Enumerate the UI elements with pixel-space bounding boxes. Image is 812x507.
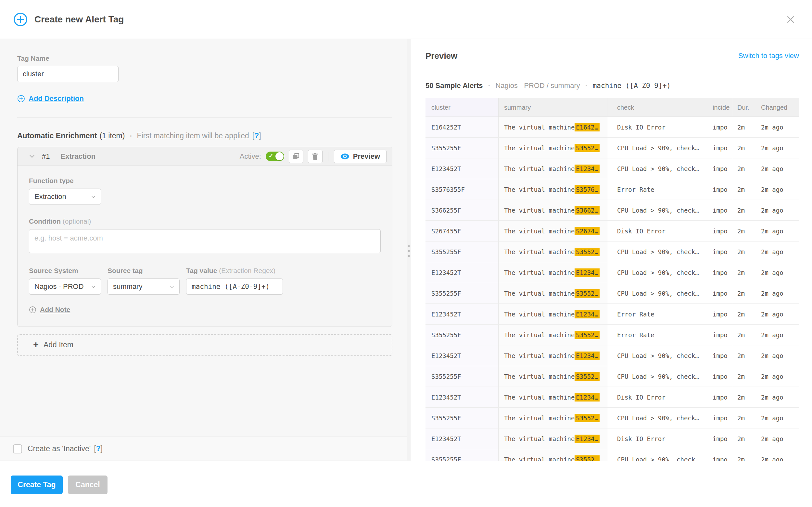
table-row[interactable]: S355255FThe virtual machine S3552…CPU Lo…	[425, 241, 799, 262]
source-tag-select[interactable]: summary	[107, 279, 180, 295]
table-row[interactable]: E123452TThe virtual machine E1234…CPU Lo…	[425, 262, 799, 283]
create-tag-button[interactable]: Create Tag	[11, 475, 63, 494]
column-header-changed[interactable]: Changed	[757, 98, 799, 117]
form-area: Tag Name Add Description Automatic Enric…	[0, 39, 407, 437]
function-type-value: Extraction	[35, 192, 66, 201]
close-icon[interactable]	[784, 13, 797, 26]
table-row[interactable]: E123452TThe virtual machine E1234…CPU Lo…	[425, 158, 799, 179]
condition-input[interactable]	[29, 229, 380, 253]
duplicate-item-button[interactable]	[289, 150, 303, 163]
enrichment-count: (1 item)	[99, 131, 125, 140]
table-row[interactable]: S355255FThe virtual machine S3552…Error …	[425, 325, 799, 345]
delete-item-button[interactable]	[308, 150, 322, 163]
cell-summary: The virtual machine E1234…	[498, 345, 607, 366]
chevron-down-icon[interactable]	[28, 153, 36, 160]
cell-incident: impo	[708, 158, 733, 179]
create-inactive-checkbox[interactable]	[13, 444, 22, 453]
table-row[interactable]: S355255FThe virtual machine S3552…CPU Lo…	[425, 137, 799, 158]
column-header-summary[interactable]: summary	[498, 98, 607, 117]
table-row[interactable]: S355255FThe virtual machine S3552…CPU Lo…	[425, 283, 799, 304]
cell-cluster: S355255F	[425, 241, 498, 262]
table-row[interactable]: S366255FThe virtual machine S3662…CPU Lo…	[425, 200, 799, 221]
table-row[interactable]: S3576355FThe virtual machine S3576…Error…	[425, 179, 799, 200]
drag-handle-icon	[408, 245, 410, 257]
cell-duration: 2m	[733, 366, 757, 387]
chevron-down-icon	[90, 194, 96, 200]
help-badge[interactable]: [?]	[252, 131, 261, 140]
column-header-incident[interactable]: incide	[708, 98, 733, 117]
cell-duration: 2m	[733, 200, 757, 220]
cell-duration: 2m	[733, 429, 757, 449]
cell-cluster: S3576355F	[425, 179, 498, 200]
table-row[interactable]: E164252TThe virtual machine E1642…Disk I…	[425, 117, 799, 137]
cell-incident: impo	[708, 325, 733, 345]
help-question-icon: ?	[96, 444, 101, 453]
source-system-select[interactable]: Nagios - PROD	[29, 279, 101, 295]
cell-cluster: S366255F	[425, 200, 498, 220]
enrichment-item-panel: #1 Extraction Active: ✓	[17, 147, 392, 327]
cell-duration: 2m	[733, 179, 757, 200]
highlighted-match: E1234…	[574, 165, 600, 173]
cell-duration: 2m	[733, 325, 757, 345]
highlighted-match: S3552…	[574, 455, 600, 461]
table-row[interactable]: E123452TThe virtual machine E1234…Disk I…	[425, 429, 799, 449]
column-header-duration[interactable]: Dur.	[733, 98, 757, 117]
resize-handle[interactable]	[407, 39, 411, 461]
add-note-link[interactable]: Add Note	[29, 306, 70, 314]
cell-cluster: E123452T	[425, 304, 498, 324]
cell-cluster: S355255F	[425, 137, 498, 158]
cell-changed: 2m ago	[757, 449, 799, 461]
preview-title: Preview	[425, 51, 457, 61]
sample-alerts-count: 50 Sample Alerts	[425, 81, 483, 90]
cell-incident: impo	[708, 387, 733, 407]
create-inactive-row: Create as 'Inactive' [?]	[0, 437, 407, 461]
highlighted-match: E1234…	[574, 310, 600, 319]
highlighted-match: S3552…	[574, 289, 600, 298]
table-row[interactable]: E123452TThe virtual machine E1234…Error …	[425, 304, 799, 325]
highlighted-match: S3552…	[574, 331, 600, 339]
cell-check: CPU Load > 90%, check…	[607, 449, 708, 461]
switch-to-tags-view-link[interactable]: Switch to tags view	[738, 52, 799, 60]
cell-summary: The virtual machine E1234…	[498, 429, 607, 449]
cell-duration: 2m	[733, 304, 757, 324]
cancel-button[interactable]: Cancel	[68, 475, 107, 494]
add-description-link[interactable]: Add Description	[17, 95, 84, 103]
cell-changed: 2m ago	[757, 366, 799, 387]
tag-value-input[interactable]	[186, 279, 283, 295]
table-row[interactable]: S355255FThe virtual machine S3552…CPU Lo…	[425, 408, 799, 429]
item-panel-body: Function type Extraction Condition (opti…	[17, 166, 392, 327]
cell-duration: 2m	[733, 408, 757, 428]
cell-changed: 2m ago	[757, 117, 799, 137]
help-badge[interactable]: [?]	[94, 444, 103, 453]
preview-pane: Preview Switch to tags view 50 Sample Al…	[411, 39, 812, 507]
column-header-cluster[interactable]: cluster	[425, 98, 498, 117]
active-toggle[interactable]: ✓	[266, 152, 284, 161]
cell-summary: The virtual machine E1234…	[498, 262, 607, 283]
add-item-button[interactable]: + Add Item	[17, 334, 392, 356]
table-row[interactable]: S267455FThe virtual machine S2674…Disk I…	[425, 221, 799, 241]
chevron-down-icon	[169, 284, 175, 290]
tag-name-input[interactable]	[17, 66, 118, 82]
modal-footer: Create Tag Cancel	[0, 461, 407, 507]
cell-changed: 2m ago	[757, 325, 799, 345]
cell-changed: 2m ago	[757, 429, 799, 449]
cell-summary: The virtual machine E1234…	[498, 158, 607, 179]
cell-duration: 2m	[733, 158, 757, 179]
highlighted-match: E1234…	[574, 351, 600, 360]
cell-summary: The virtual machine S3552…	[498, 325, 607, 345]
item-preview-button[interactable]: Preview	[334, 150, 387, 163]
table-row[interactable]: S355255FThe virtual machine S3552…CPU Lo…	[425, 449, 799, 461]
function-type-select[interactable]: Extraction	[29, 188, 101, 205]
table-row[interactable]: E123452TThe virtual machine E1234…Disk I…	[425, 387, 799, 408]
column-header-check[interactable]: check	[607, 98, 708, 117]
cell-summary: The virtual machine E1234…	[498, 304, 607, 324]
table-row[interactable]: S355255FThe virtual machine S3552…CPU Lo…	[425, 366, 799, 387]
cell-duration: 2m	[733, 262, 757, 283]
cell-changed: 2m ago	[757, 158, 799, 179]
highlighted-match: S3552…	[574, 372, 600, 381]
alerts-table-header: cluster summary check incide Dur. Change…	[425, 98, 799, 117]
chevron-down-icon	[90, 284, 96, 290]
highlighted-match: E1234…	[574, 435, 600, 443]
cell-incident: impo	[708, 283, 733, 303]
table-row[interactable]: E123452TThe virtual machine E1234…CPU Lo…	[425, 345, 799, 366]
